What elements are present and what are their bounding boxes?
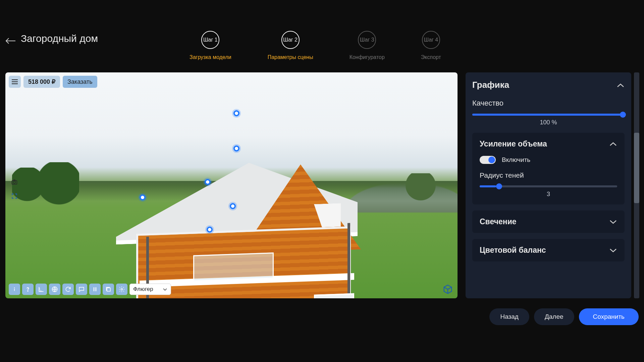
quality-value: 100 % [472,119,625,126]
chevron-down-icon [163,286,167,293]
ruler-icon[interactable] [36,284,47,295]
dropdown-value: Флюгер [133,286,153,293]
fullscreen-icon[interactable] [9,190,20,202]
step-1[interactable]: Шаг 1 Загрузка модели [190,31,231,60]
save-button[interactable]: Сохранить [579,308,639,325]
svg-point-2 [14,288,15,289]
hotspot[interactable] [140,194,146,200]
camera-icon[interactable] [9,176,20,188]
subpanel-volume-boost: Усиление объема Включить Радиус теней [472,133,625,204]
step-wizard: Шаг 1 Загрузка модели Шаг 2 Параметры сц… [190,31,441,60]
panel-title-graphics: Графика [472,80,509,90]
sidebar-panel: Графика Качество 100 % Усиление объема [466,72,631,298]
svg-rect-8 [107,288,110,291]
subpanel-title: Усиление объема [480,139,547,148]
subpanel-title: Цветовой баланс [480,246,546,255]
hotspot[interactable] [207,227,213,233]
pause-icon[interactable] [89,284,101,295]
slider-fill [472,114,625,116]
refresh-icon[interactable] [62,284,74,295]
enable-toggle[interactable] [480,156,496,164]
hamburger-icon [12,79,18,84]
step-3[interactable]: Шаг 3 Конфигуратор [350,31,385,60]
step-circle: Шаг 1 [201,31,219,49]
hotspot[interactable] [205,179,211,185]
svg-point-4 [28,291,28,291]
quality-label: Качество [472,99,625,108]
house-glass [193,252,274,281]
help-icon[interactable] [22,284,34,295]
subpanel-glow[interactable]: Свечение [472,210,625,233]
scene-tree [404,173,437,203]
chat-icon[interactable] [76,284,87,295]
viewport-3d[interactable]: 518 000 ₽ Заказать [5,72,458,298]
hotspot[interactable] [233,145,239,152]
slider-thumb[interactable] [496,183,502,189]
step-4[interactable]: Шаг 4 Экспорт [421,31,441,60]
step-label: Параметры сцены [268,54,313,60]
svg-rect-3 [14,289,15,291]
house-pillar [347,223,350,298]
hotspot[interactable] [233,110,239,116]
step-label: Экспорт [421,54,441,60]
quality-slider[interactable] [472,114,625,116]
menu-button[interactable] [9,76,21,88]
subpanel-title: Свечение [480,217,517,226]
scene-tree [39,162,79,213]
shadow-radius-value: 3 [480,191,617,198]
chevron-down-icon [609,217,617,226]
scrollbar-thumb[interactable] [634,133,639,203]
step-label: Конфигуратор [350,54,385,60]
shadow-radius-slider[interactable] [480,185,617,187]
back-button[interactable]: Назад [489,308,529,325]
globe-icon[interactable] [49,284,60,295]
viewer-logo-icon[interactable] [443,284,453,294]
step-circle: Шаг 4 [422,31,440,49]
copy-icon[interactable] [103,284,114,295]
svg-rect-6 [94,287,95,291]
slider-fill [480,185,496,187]
step-label: Загрузка модели [190,54,231,60]
house-model [126,145,368,298]
svg-point-9 [121,289,123,290]
page-title: Загородный дом [21,33,98,44]
price-badge: 518 000 ₽ [23,76,60,88]
next-button[interactable]: Далее [534,308,574,325]
svg-rect-7 [96,287,97,291]
slider-thumb[interactable] [620,112,626,118]
back-arrow-icon[interactable] [5,35,16,42]
subpanel-color-balance[interactable]: Цветовой баланс [472,239,625,261]
chevron-up-icon[interactable] [616,80,625,90]
hotspot[interactable] [230,203,236,209]
order-button[interactable]: Заказать [63,76,97,88]
settings-icon[interactable] [116,284,127,295]
shadow-radius-label: Радиус теней [480,171,617,179]
enable-label: Включить [502,156,530,164]
element-dropdown[interactable]: Флюгер [129,284,171,295]
chevron-down-icon [609,246,617,255]
toggle-knob [488,157,495,163]
step-circle: Шаг 2 [281,31,300,49]
svg-point-1 [13,181,16,184]
step-circle: Шаг 3 [358,31,376,49]
step-2[interactable]: Шаг 2 Параметры сцены [268,31,313,60]
chevron-up-icon[interactable] [609,139,617,148]
info-icon[interactable] [9,284,20,295]
